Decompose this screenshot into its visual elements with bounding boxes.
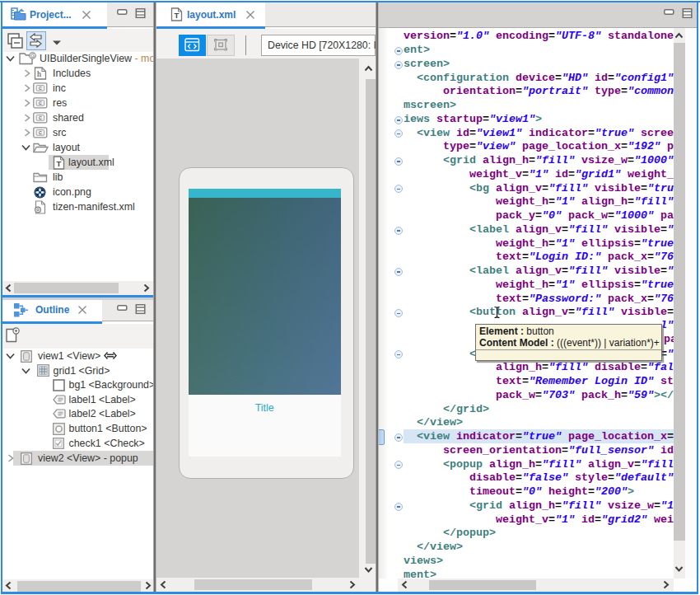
svg-text:T: T: [174, 11, 179, 20]
